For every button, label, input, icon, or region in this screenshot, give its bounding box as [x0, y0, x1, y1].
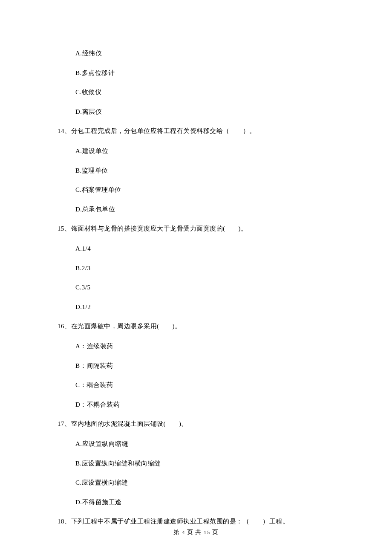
question-text: 14、分包工程完成后，分包单位应将工程有关资料移交给（ ）。 — [58, 127, 334, 136]
option-a: A：连续装药 — [75, 342, 334, 351]
option-b: B.2/3 — [75, 264, 334, 273]
question-text: 15、饰面材料与龙骨的搭接宽度应大于龙骨受力面宽度的( )。 — [58, 224, 334, 233]
question-text: 17、室内地面的水泥混凝土面层铺设( )。 — [58, 419, 334, 428]
question-17: 17、室内地面的水泥混凝土面层铺设( )。 A.应设置纵向缩缝 B.应设置纵向缩… — [58, 419, 334, 507]
option-a: A.1/4 — [75, 244, 334, 253]
option-b: B：间隔装药 — [75, 361, 334, 370]
question-14: 14、分包工程完成后，分包单位应将工程有关资料移交给（ ）。 A.建设单位 B.… — [58, 127, 334, 214]
option-d: D.不得留施工逢 — [75, 498, 334, 507]
option-c: C：耦合装药 — [75, 381, 334, 390]
option-b: B.监理单位 — [75, 166, 334, 175]
option-d: D.总承包单位 — [75, 205, 334, 214]
option-group: A.经纬仪 B.多点位移计 C.收敛仪 D.离层仪 — [75, 49, 334, 116]
question-18: 18、下列工程中不属于矿业工程注册建造师执业工程范围的是：（ ）工程。 — [58, 517, 334, 526]
option-a: A.经纬仪 — [75, 49, 334, 58]
option-a: A.应设置纵向缩缝 — [75, 439, 334, 448]
option-c: C.应设置横向缩缝 — [75, 478, 334, 487]
option-d: D.离层仪 — [75, 107, 334, 116]
option-c: C.档案管理单位 — [75, 185, 334, 194]
option-c: C.3/5 — [75, 283, 334, 292]
option-d: D：不耦合装药 — [75, 400, 334, 409]
page-footer: 第 4 页 共 15 页 — [0, 529, 392, 536]
question-15: 15、饰面材料与龙骨的搭接宽度应大于龙骨受力面宽度的( )。 A.1/4 B.2… — [58, 224, 334, 312]
option-b: B.多点位移计 — [75, 69, 334, 78]
question-16: 16、在光面爆破中，周边眼多采用( )。 A：连续装药 B：间隔装药 C：耦合装… — [58, 322, 334, 409]
option-c: C.收敛仪 — [75, 88, 334, 97]
question-13-options: A.经纬仪 B.多点位移计 C.收敛仪 D.离层仪 — [58, 49, 334, 116]
option-group: A.应设置纵向缩缝 B.应设置纵向缩缝和横向缩缝 C.应设置横向缩缝 D.不得留… — [75, 439, 334, 507]
option-d: D.1/2 — [75, 303, 334, 312]
option-b: B.应设置纵向缩缝和横向缩缝 — [75, 459, 334, 468]
page-content: A.经纬仪 B.多点位移计 C.收敛仪 D.离层仪 14、分包工程完成后，分包单… — [0, 0, 392, 526]
option-a: A.建设单位 — [75, 147, 334, 156]
question-text: 16、在光面爆破中，周边眼多采用( )。 — [58, 322, 334, 331]
question-text: 18、下列工程中不属于矿业工程注册建造师执业工程范围的是：（ ）工程。 — [58, 517, 334, 526]
option-group: A：连续装药 B：间隔装药 C：耦合装药 D：不耦合装药 — [75, 342, 334, 409]
option-group: A.建设单位 B.监理单位 C.档案管理单位 D.总承包单位 — [75, 147, 334, 214]
option-group: A.1/4 B.2/3 C.3/5 D.1/2 — [75, 244, 334, 312]
